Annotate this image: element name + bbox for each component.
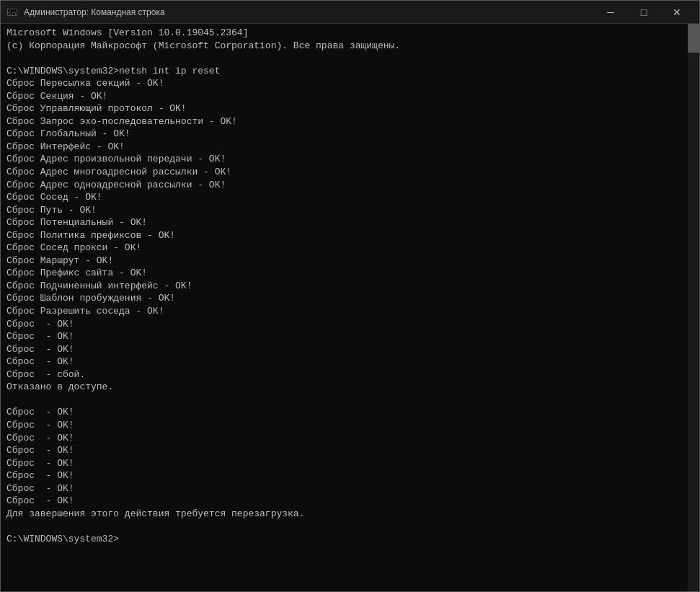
terminal-output: Microsoft Windows [Version 10.0.19045.23…: [6, 27, 694, 545]
close-button[interactable]: ✕: [660, 1, 694, 24]
minimize-button[interactable]: ─: [594, 1, 627, 24]
cmd-window: C:\ Администратор: Командная строка ─ □ …: [0, 0, 700, 592]
svg-text:C:\: C:\: [9, 10, 17, 15]
scrollbar-thumb[interactable]: [688, 24, 699, 53]
scrollbar[interactable]: [688, 24, 699, 591]
title-bar: C:\ Администратор: Командная строка ─ □ …: [1, 1, 699, 24]
window-icon: C:\: [6, 6, 18, 18]
window-controls: ─ □ ✕: [594, 1, 694, 24]
terminal-body[interactable]: Microsoft Windows [Version 10.0.19045.23…: [1, 24, 699, 591]
window-title: Администратор: Командная строка: [24, 7, 594, 17]
maximize-button[interactable]: □: [627, 1, 660, 24]
